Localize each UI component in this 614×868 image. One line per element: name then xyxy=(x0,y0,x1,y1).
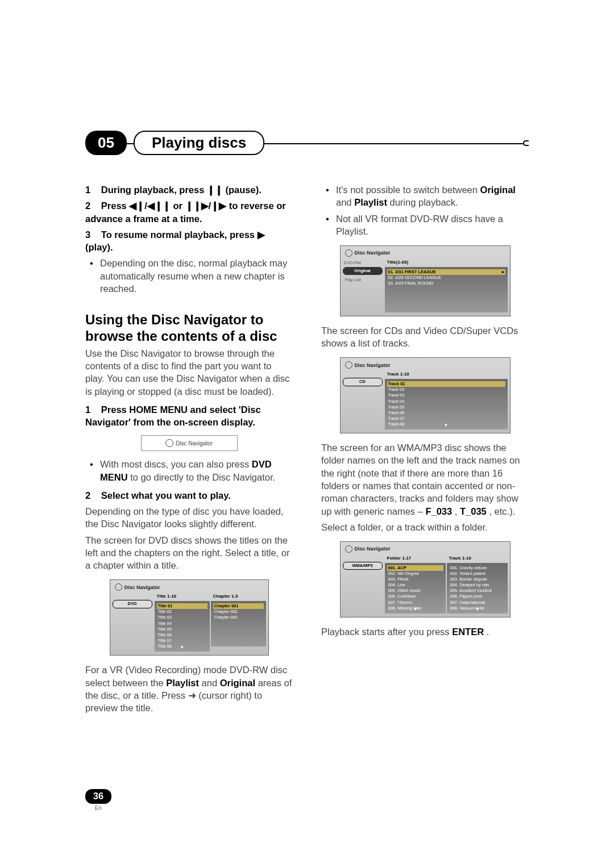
header-end-cap xyxy=(523,140,529,146)
screenshot-left-pane: DVD-RW Original Play List xyxy=(343,259,383,312)
right-column: It's not possible to switch between Orig… xyxy=(321,183,529,717)
body-text: and xyxy=(336,197,354,207)
column-header: Track 1-10 xyxy=(385,371,508,379)
list-item: 006. CodHead xyxy=(387,594,443,599)
title-list: Title 01Title 02Title 03Title 04Title 05… xyxy=(155,601,210,652)
step-text: During playback, press ❙❙ (pause). xyxy=(101,185,262,195)
titles-column: Title 1-10 Title 01Title 02Title 03Title… xyxy=(155,593,210,652)
note-item: Depending on the disc, normal playback m… xyxy=(100,257,293,295)
mode-label-playlist: Play List xyxy=(343,275,383,283)
bold-term: ENTER xyxy=(452,627,484,637)
screenshot-left-pane: WMA/MP3 xyxy=(343,555,383,614)
step-text: Press ◀❙/◀❙❙ or ❙❙▶/❙▶ to reverse or adv… xyxy=(85,201,286,223)
disc-navigator-label: Disc Navigator xyxy=(176,440,213,448)
bold-term: T_035 xyxy=(460,506,487,516)
list-item: Title 06 xyxy=(157,632,208,638)
screenshot-left-pane: CD xyxy=(343,371,383,429)
manual-page: 05 Playing discs 1 During playback, pres… xyxy=(0,0,614,717)
mp3-paragraph: The screen for an WMA/MP3 disc shows the… xyxy=(321,441,529,518)
note-item: Not all VR format DVD-RW discs have a Pl… xyxy=(336,212,529,238)
screenshot-main-pane: Track 1-10 Track 01Track 02Track 03Track… xyxy=(385,371,508,429)
list-item: Title 07 xyxy=(157,638,208,644)
enter-note: Playback starts after you press ENTER . xyxy=(321,625,529,638)
screenshot-dvdrw-navigator: Disc Navigator DVD-RW Original Play List… xyxy=(340,245,511,316)
step-1: 1 During playback, press ❙❙ (pause). xyxy=(85,183,293,196)
disc-type-tag: DVD xyxy=(113,600,152,608)
bold-term: Original xyxy=(220,678,255,688)
screenshot-columns: Folder 1-17 001. ACP002. Nth Degree003. … xyxy=(385,555,508,614)
column-header: Chapter 1-3 xyxy=(211,593,266,601)
nav-step-2: 2 Select what you want to play. xyxy=(85,489,293,502)
chapter-title: Playing discs xyxy=(134,131,264,155)
left-column: 1 During playback, press ❙❙ (pause). 2 P… xyxy=(85,183,293,717)
screenshot-title: Disc Navigator xyxy=(341,248,510,259)
body-text: The screen for an WMA/MP3 disc shows the… xyxy=(321,443,520,516)
step-text: To resume normal playback, press ▶ (play… xyxy=(85,229,265,252)
list-item: 02. 4/28 SECOND LEAGUE xyxy=(387,275,505,281)
body-text: during playback. xyxy=(390,197,458,207)
list-item: Title 04 xyxy=(157,621,208,627)
page-number: 36 xyxy=(85,789,111,804)
list-item: Chapter 001 xyxy=(213,603,264,609)
note-text: With most discs, you can also press xyxy=(100,459,252,469)
page-number-badge: 36 En xyxy=(85,789,111,811)
list-item: Track 03 xyxy=(387,393,505,398)
body-text: The screen for DVD discs shows the title… xyxy=(85,534,293,572)
step-number: 1 xyxy=(85,185,90,195)
list-item: Track 06 xyxy=(387,410,505,416)
scroll-down-icon: ▾ xyxy=(181,644,184,650)
screenshot-title: Disc Navigator xyxy=(341,544,510,555)
body-text: It's not possible to switch between xyxy=(336,185,480,195)
body-text: Playback starts after you press xyxy=(321,627,452,637)
list-item: 002. Nth Degree xyxy=(387,571,443,577)
list-item: 007. Thermo xyxy=(387,600,443,606)
step-number: 2 xyxy=(85,201,90,211)
step-3: 3 To resume normal playback, press ▶ (pl… xyxy=(85,228,293,254)
note-item: With most discs, you can also press DVD … xyxy=(100,458,293,483)
language-code: En xyxy=(85,805,111,811)
chapters-column: Chapter 1-3 Chapter 001Chapter 002Chapte… xyxy=(211,593,266,652)
list-item: 004. Delayed by rain xyxy=(449,582,505,588)
bold-term: Playlist xyxy=(166,678,199,688)
list-item: 03. 4/29 FINAL ROUND xyxy=(387,281,505,286)
list-item: 01. 3/31 FIRST LEAGUE ▸ xyxy=(387,269,505,275)
body-text: , xyxy=(455,506,460,516)
step-2: 2 Press ◀❙/◀❙❙ or ❙❙▶/❙▶ to reverse or a… xyxy=(85,199,293,225)
screenshot-title: Disc Navigator xyxy=(341,360,510,371)
list-item: 005. Accident Incident xyxy=(449,588,505,594)
title-list: 01. 3/31 FIRST LEAGUE ▸02. 4/28 SECOND L… xyxy=(385,267,508,312)
list-item: Title 03 xyxy=(157,615,208,620)
body-text: Select a folder, or a track within a fol… xyxy=(321,521,529,533)
screenshot-mp3-navigator: Disc Navigator WMA/MP3 Folder 1-17 001. … xyxy=(340,541,511,617)
step-3-note-list: Depending on the disc, normal playback m… xyxy=(85,257,293,295)
list-item: Track 02 xyxy=(387,387,505,393)
vr-note: For a VR (Video Recording) mode DVD-RW d… xyxy=(85,663,293,714)
scroll-down-icon: ▾ xyxy=(445,422,447,428)
column-header: Title(1-03) xyxy=(385,259,508,267)
list-item: 004. Live xyxy=(387,582,443,588)
screenshot-main-pane: Title(1-03) 01. 3/31 FIRST LEAGUE ▸02. 4… xyxy=(385,259,508,312)
note-item: It's not possible to switch between Orig… xyxy=(336,183,529,209)
two-column-layout: 1 During playback, press ❙❙ (pause). 2 P… xyxy=(85,183,529,717)
list-item: 003. Border dispute xyxy=(449,577,505,582)
screenshot-title: Disc Navigator xyxy=(110,582,268,593)
section-heading: Using the Disc Navigator to browse the c… xyxy=(85,312,293,345)
scroll-down-icon: ▾ xyxy=(476,606,479,612)
disc-type-tag: CD xyxy=(343,378,383,386)
list-item: Track 07 xyxy=(387,416,505,422)
nav-step-1: 1 Press HOME MENU and select 'Disc Navig… xyxy=(85,403,293,429)
chapter-number-badge: 05 xyxy=(85,131,127,155)
body-text: . xyxy=(487,627,489,637)
column-header: Folder 1-17 xyxy=(385,555,446,563)
list-item: Chapter 003 xyxy=(213,615,264,620)
mode-label: DVD-RW xyxy=(343,259,383,266)
list-item: 005. Glitch music xyxy=(387,588,443,594)
list-item: 001. Gravity deluxe xyxy=(449,565,505,571)
list-item: Chapter 002 xyxy=(213,609,264,615)
body-text: The screen for CDs and Video CD/Super VC… xyxy=(321,324,529,350)
right-note-list: It's not possible to switch between Orig… xyxy=(321,183,529,237)
list-item: Title 05 xyxy=(157,627,208,632)
step-text: Press HOME MENU and select 'Disc Navigat… xyxy=(85,404,261,427)
list-item: Track 05 xyxy=(387,404,505,410)
list-item: Track 04 xyxy=(387,399,505,404)
